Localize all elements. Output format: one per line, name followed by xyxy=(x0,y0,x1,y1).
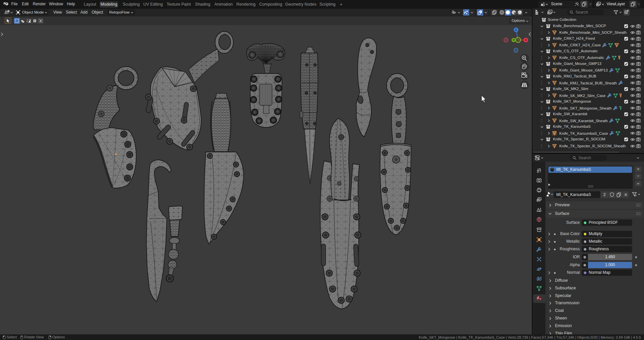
svg-text:Y: Y xyxy=(513,38,515,42)
svg-text:Z: Z xyxy=(515,28,517,31)
svg-text:X: X xyxy=(525,38,527,42)
